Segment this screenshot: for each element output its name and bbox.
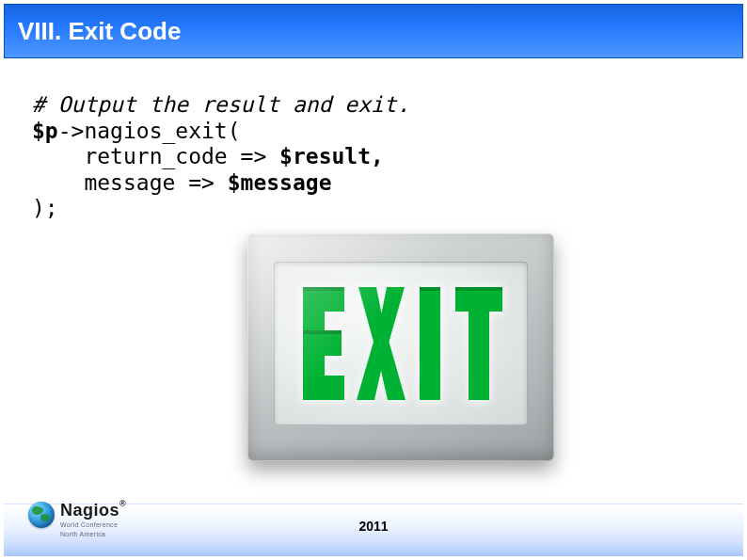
code-call: ->nagios_exit( [58,119,241,143]
exit-sign-case [247,233,554,461]
code-close: ); [32,196,58,220]
slide-title: VIII. Exit Code [18,17,181,46]
code-line2-pre: return_code => [84,144,279,168]
svg-rect-2 [420,287,440,291]
footer-year: 2011 [358,519,388,534]
exit-letter-t [453,282,505,405]
logo-sub2: North America [60,531,126,537]
globe-icon [28,502,55,528]
logo-text: Nagios® World Conference North America [60,502,126,537]
slide: VIII. Exit Code # Output the result and … [0,0,747,560]
exit-letter-e [296,282,349,405]
nagios-logo: Nagios® World Conference North America [28,502,126,537]
title-bar: VIII. Exit Code [4,4,743,58]
code-message-var: $message [228,170,332,195]
exit-letter-i [413,282,447,405]
logo-main: Nagios® [60,502,126,519]
logo-sub1: World Conference [60,521,126,528]
exit-sign-inner [274,262,528,425]
exit-sign [247,233,554,461]
logo-main-text: Nagios [60,501,119,520]
code-comma: , [371,144,384,168]
code-result-var: $result [279,144,371,168]
logo-registered: ® [119,499,126,508]
code-line3-pre: message => [84,170,227,195]
code-var-p: $p [32,119,58,143]
code-comment: # Output the result and exit. [32,92,410,117]
code-indent [32,144,84,168]
code-indent-2 [32,170,84,195]
exit-letters [289,282,513,405]
exit-letter-x [355,282,407,405]
code-block: # Output the result and exit. $p->nagios… [32,92,410,222]
svg-rect-1 [420,287,440,400]
